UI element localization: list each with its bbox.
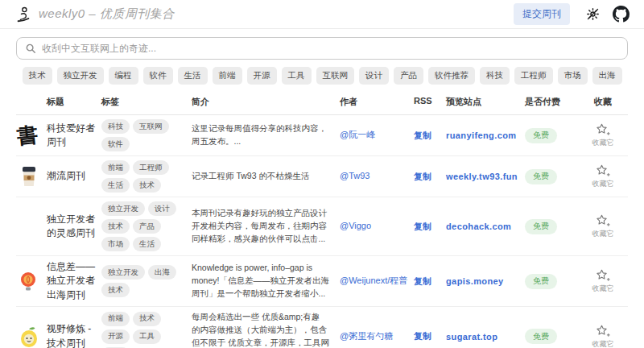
- author-link[interactable]: @Viggo: [340, 220, 409, 232]
- rss-cell: 复制: [414, 130, 446, 142]
- site-link[interactable]: weekly.tw93.fun: [446, 172, 525, 181]
- col-desc: 简介: [192, 89, 340, 114]
- weekly-tags: 独立开发设计技术产品市场生活: [101, 201, 192, 251]
- search-input[interactable]: [42, 43, 619, 54]
- weekly-tag: 软件: [101, 137, 130, 151]
- favorite-cell: 收藏它: [578, 122, 628, 148]
- table-row: 潮流周刊前端工程师生活技术记录工程师 Tw93 的不枯燥生活@Tw93复制wee…: [16, 156, 628, 197]
- favorite-star-button[interactable]: [595, 164, 611, 178]
- filter-tag[interactable]: 工程师: [514, 67, 553, 85]
- submit-weekly-button[interactable]: 提交周刊: [514, 3, 570, 25]
- filter-tag[interactable]: 软件: [143, 67, 173, 85]
- free-badge: 免费: [525, 329, 557, 344]
- star-plus-icon: [595, 324, 611, 338]
- filter-tag[interactable]: 科技: [480, 67, 510, 85]
- filter-tag[interactable]: 编程: [109, 67, 138, 85]
- filter-tag[interactable]: 出海: [592, 67, 622, 85]
- weekly-tag: 生活: [101, 178, 130, 193]
- weekly-title: 科技爱好者周刊: [47, 122, 101, 150]
- weekly-tags: 前端技术开源工具知识: [101, 312, 192, 348]
- filter-tag[interactable]: 设计: [359, 67, 389, 85]
- free-badge: 免费: [525, 274, 557, 289]
- table-row: 独立开发者的灵感周刊独立开发设计技术产品市场生活本周刊记录有趣好玩的独立产品设计…: [16, 197, 628, 256]
- weekly-tag: 科技: [101, 119, 130, 134]
- col-title: 标题: [47, 89, 101, 114]
- favorite-star-button[interactable]: [595, 324, 611, 338]
- col-site: 预览站点: [446, 89, 525, 114]
- paid-cell: 免费: [525, 128, 578, 143]
- weekly-tags: 前端工程师生活技术: [101, 160, 192, 193]
- rss-cell: 复制: [414, 276, 446, 288]
- filter-tag[interactable]: 市场: [558, 67, 588, 85]
- row-icon-cell: [16, 325, 47, 348]
- rss-copy-link[interactable]: 复制: [414, 276, 446, 288]
- favorite-star-button[interactable]: [595, 122, 611, 137]
- rss-cell: 复制: [414, 221, 446, 233]
- weekly-tag: 出海: [148, 265, 176, 280]
- filter-tag[interactable]: 独立开发: [57, 67, 104, 85]
- weekly-tag: 工程师: [133, 160, 169, 175]
- weekly-tag: 产品: [133, 219, 161, 234]
- author-cell: @Viggo: [340, 220, 414, 232]
- author-cell: @Weijunext/程普: [340, 275, 414, 287]
- lemon-icon: [17, 325, 41, 348]
- weekly-title: 潮流周刊: [47, 169, 101, 183]
- site-link[interactable]: sugarat.top: [446, 332, 525, 342]
- favorite-label: 收藏它: [592, 179, 614, 189]
- weekly-tag: 技术: [133, 312, 161, 326]
- site-cell: gapis.money: [446, 276, 525, 286]
- rss-copy-link[interactable]: 复制: [414, 330, 446, 342]
- search-icon: [25, 43, 36, 54]
- table-body: 書科技爱好者周刊科技互联网软件这里记录每周值得分享的科技内容，周五发布。...@…: [16, 115, 628, 348]
- site-link[interactable]: decohack.com: [446, 222, 525, 231]
- free-badge: 免费: [525, 128, 557, 143]
- author-cell: @阮一峰: [340, 129, 414, 141]
- theme-toggle-icon[interactable]: [586, 7, 600, 21]
- filter-tags: 技术独立开发编程软件生活前端开源工具互联网设计产品软件推荐科技工程师市场出海: [16, 67, 628, 85]
- favorite-star-button[interactable]: [595, 213, 611, 228]
- weekly-tag: 市场: [101, 237, 130, 251]
- search-bar: [16, 37, 628, 60]
- site-link[interactable]: ruanyifeng.com: [446, 130, 525, 140]
- weekly-description: 这里记录每周值得分享的科技内容，周五发布。...: [192, 122, 340, 148]
- filter-tag[interactable]: 软件推荐: [428, 67, 475, 85]
- rss-copy-link[interactable]: 复制: [414, 171, 446, 183]
- page-title: weekly0 – 优质周刊集合: [39, 6, 175, 22]
- weekly-title: 视野修炼 - 技术周刊: [47, 322, 101, 348]
- filter-tag[interactable]: 生活: [178, 67, 208, 85]
- filter-tag[interactable]: 开源: [247, 67, 277, 85]
- author-link[interactable]: @阮一峰: [340, 129, 409, 141]
- weekly-tag: 生活: [133, 237, 161, 251]
- col-rss: RSS: [414, 89, 446, 114]
- table-row: 视野修炼 - 技术周刊前端技术开源工具知识每周会精选出一些 优质&amp;有趣 …: [16, 307, 628, 348]
- github-icon[interactable]: [613, 6, 630, 23]
- weekly-tag: 设计: [148, 201, 176, 216]
- weekly-table: 标题 标签 简介 作者 RSS 预览站点 是否付费 收藏 書科技爱好者周刊科技互…: [16, 89, 628, 348]
- site-link[interactable]: gapis.money: [446, 276, 525, 286]
- weekly-tags: 科技互联网软件: [101, 119, 192, 151]
- filter-tag[interactable]: 工具: [282, 67, 312, 85]
- author-link[interactable]: @Tw93: [340, 170, 409, 182]
- filter-tag[interactable]: 前端: [213, 67, 242, 85]
- site-cell: decohack.com: [446, 222, 525, 231]
- rss-copy-link[interactable]: 复制: [414, 130, 446, 142]
- site-cell: weekly.tw93.fun: [446, 172, 525, 181]
- author-link[interactable]: @粥里有勺糖: [340, 330, 409, 342]
- filter-tag[interactable]: 产品: [394, 67, 423, 85]
- filter-tag[interactable]: 互联网: [316, 67, 355, 85]
- favorite-cell: 收藏它: [578, 164, 628, 189]
- table-row: 書科技爱好者周刊科技互联网软件这里记录每周值得分享的科技内容，周五发布。...@…: [16, 115, 628, 156]
- favorite-star-button[interactable]: [595, 268, 611, 283]
- rss-copy-link[interactable]: 复制: [414, 221, 446, 233]
- filter-tag[interactable]: 技术: [23, 67, 52, 85]
- main-content: 技术独立开发编程软件生活前端开源工具互联网设计产品软件推荐科技工程师市场出海 标…: [0, 29, 644, 348]
- author-link[interactable]: @Weijunext/程普: [340, 275, 409, 287]
- favorite-label: 收藏它: [592, 339, 614, 348]
- weekly-tag: 技术: [101, 283, 130, 297]
- paid-cell: 免费: [525, 219, 578, 234]
- star-plus-icon: [595, 268, 611, 283]
- weekly-tag: 独立开发: [101, 201, 145, 216]
- weekly-description: 记录工程师 Tw93 的不枯燥生活: [192, 170, 340, 183]
- star-plus-icon: [595, 213, 611, 228]
- bulb-icon: [17, 270, 39, 292]
